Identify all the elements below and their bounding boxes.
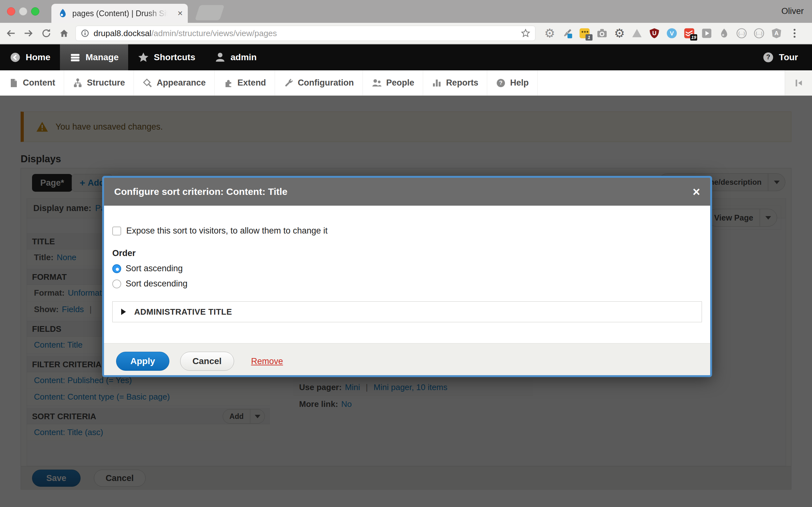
- svg-text:{…}: {…}: [756, 31, 763, 36]
- screenshot-camera-icon[interactable]: [596, 27, 608, 39]
- toolbar-item-shortcuts[interactable]: Shortcuts: [128, 44, 205, 70]
- url-host: drupal8.docksal: [94, 29, 151, 38]
- help-question-icon: ?: [496, 78, 506, 88]
- menu-item-extend[interactable]: Extend: [215, 70, 275, 95]
- toolbar-item-home[interactable]: Home: [0, 44, 60, 70]
- paintbrush-icon: [142, 78, 153, 88]
- ublock-origin-icon[interactable]: U: [648, 27, 660, 39]
- tour-question-icon: ?: [762, 51, 774, 63]
- modal-cancel-button[interactable]: Cancel: [180, 352, 234, 371]
- collapse-left-icon: [793, 78, 804, 89]
- drupal-admin-toolbar: Home Manage Shortcuts admin ? Tour: [0, 44, 812, 70]
- toolbar-item-admin-user[interactable]: admin: [205, 44, 266, 70]
- modal-header[interactable]: Configure sort criterion: Content: Title…: [104, 178, 710, 206]
- window-minimize-button[interactable]: [19, 7, 27, 15]
- todoist-badge: 19: [690, 34, 697, 41]
- remove-link[interactable]: Remove: [251, 356, 283, 366]
- menu-item-content[interactable]: Content: [0, 70, 64, 95]
- collapsed-arrow-icon: [121, 308, 129, 315]
- toolbar-collapse-button[interactable]: [785, 70, 812, 95]
- chrome-menu-icon[interactable]: [794, 29, 796, 38]
- dark-gear-icon[interactable]: ⚙: [613, 27, 625, 39]
- sitemap-icon: [72, 78, 83, 88]
- wrench-icon: [284, 78, 294, 88]
- notes-extension-icon[interactable]: 1: [578, 27, 591, 39]
- puzzle-icon: [223, 78, 234, 88]
- extensions-row: ⚙ 1 ⚙ U V 19 {…}: [544, 27, 796, 39]
- drupal-favicon: [58, 8, 68, 18]
- document-icon: [9, 78, 19, 88]
- order-label: Order: [112, 248, 702, 258]
- modal-body: Expose this sort to visitors, to allow t…: [104, 206, 710, 343]
- svg-text:{…}: {…}: [739, 31, 745, 36]
- window-zoom-button[interactable]: [31, 7, 39, 15]
- home-icon: [58, 27, 70, 39]
- reload-button[interactable]: [39, 26, 53, 40]
- user-icon: [214, 52, 226, 63]
- vimeo-icon[interactable]: V: [666, 27, 678, 39]
- reload-icon: [41, 28, 52, 39]
- window-close-button[interactable]: [7, 7, 15, 15]
- apply-button[interactable]: Apply: [116, 352, 169, 371]
- svg-text:U: U: [653, 30, 657, 37]
- menu-item-people[interactable]: People: [363, 70, 423, 95]
- todoist-icon[interactable]: 19: [683, 27, 695, 39]
- browser-tab[interactable]: pages (Content) | Drush Site-In ×: [51, 4, 188, 23]
- home-button[interactable]: [57, 26, 71, 40]
- forward-button[interactable]: [21, 26, 36, 40]
- new-tab-button[interactable]: [195, 5, 224, 20]
- tab-title: pages (Content) | Drush Site-In: [72, 9, 167, 18]
- svg-text:?: ?: [766, 53, 770, 61]
- browser-urlbar: drupal8.docksal/admin/structure/views/vi…: [0, 23, 812, 44]
- video-play-icon[interactable]: [701, 27, 713, 39]
- page-info-icon[interactable]: [80, 29, 90, 38]
- svg-text:V: V: [670, 30, 674, 37]
- modal-title: Configure sort criterion: Content: Title: [114, 186, 693, 197]
- url-path: /admin/structure/views/view/pages: [151, 29, 277, 38]
- sort-ascending-radio[interactable]: [112, 264, 121, 273]
- sort-descending-radio[interactable]: [112, 279, 121, 288]
- hamburger-menu-icon: [69, 52, 81, 63]
- json-viewer-icon[interactable]: {…}: [735, 27, 748, 39]
- drupal-admin-menubar: Content Structure Appearance Extend Conf…: [0, 70, 812, 96]
- forward-arrow-icon: [23, 27, 34, 39]
- menu-item-reports[interactable]: Reports: [423, 70, 487, 95]
- menu-item-help[interactable]: ? Help: [487, 70, 538, 95]
- drupal-droplet-icon[interactable]: [718, 27, 730, 39]
- expose-sort-option[interactable]: Expose this sort to visitors, to allow t…: [112, 206, 702, 236]
- angular-inspector-icon[interactable]: A: [770, 27, 782, 39]
- toolbar-item-tour[interactable]: ? Tour: [753, 44, 808, 70]
- back-arrow-icon: [5, 27, 16, 39]
- bookmark-star-icon[interactable]: [520, 28, 531, 38]
- modal-close-icon[interactable]: ×: [693, 185, 700, 198]
- modal-footer: Apply Cancel Remove: [104, 343, 710, 377]
- back-to-site-icon: [9, 52, 21, 63]
- star-icon: [138, 52, 149, 63]
- administrative-title-toggle[interactable]: ADMINISTRATIVE TITLE: [112, 301, 702, 322]
- expose-sort-checkbox[interactable]: [112, 227, 121, 235]
- page-content: You have unsaved changes. Displays Page*…: [0, 96, 812, 507]
- menu-item-structure[interactable]: Structure: [64, 70, 134, 95]
- svg-text:A: A: [774, 30, 779, 37]
- settings-gear-icon[interactable]: ⚙: [544, 27, 556, 39]
- bar-chart-icon: [432, 78, 442, 88]
- configure-sort-modal: Configure sort criterion: Content: Title…: [102, 176, 712, 377]
- color-picker-icon[interactable]: [561, 27, 573, 39]
- menu-item-appearance[interactable]: Appearance: [134, 70, 215, 95]
- notes-badge: 1: [586, 34, 593, 41]
- browser-titlebar: pages (Content) | Drush Site-In × Oliver: [0, 0, 812, 23]
- sort-ascending-option[interactable]: Sort ascending: [112, 264, 702, 274]
- address-bar[interactable]: drupal8.docksal/admin/structure/views/vi…: [75, 26, 536, 41]
- menu-item-configuration[interactable]: Configuration: [275, 70, 363, 95]
- json-viewer-2-icon[interactable]: {…}: [753, 27, 765, 39]
- tab-close-icon[interactable]: ×: [177, 9, 183, 18]
- back-button[interactable]: [4, 26, 18, 40]
- drive-triangle-icon[interactable]: [631, 27, 643, 39]
- svg-text:?: ?: [499, 80, 502, 86]
- toolbar-item-manage[interactable]: Manage: [60, 44, 128, 70]
- people-icon: [371, 78, 382, 88]
- sort-descending-option[interactable]: Sort descending: [112, 279, 702, 289]
- browser-profile-name: Oliver: [781, 6, 804, 16]
